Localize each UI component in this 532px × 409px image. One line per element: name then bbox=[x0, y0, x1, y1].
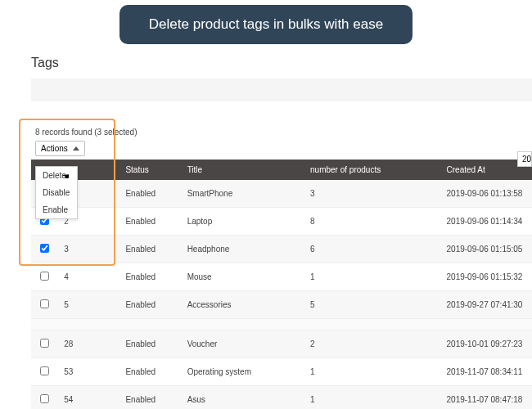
cell-title: SmartPhone bbox=[181, 180, 304, 208]
table-row: 2EnabledLaptop82019-09-06 01:14:34 bbox=[31, 208, 532, 236]
actions-dropdown: Delete Disable Enable bbox=[35, 166, 78, 219]
cell-created: 2019-11-07 08:34:11 bbox=[440, 358, 532, 386]
cell-num: 6 bbox=[304, 236, 440, 263]
cell-num: 1 bbox=[304, 386, 440, 410]
col-title: Title bbox=[181, 160, 304, 180]
cell-id: 54 bbox=[57, 386, 119, 410]
cell-title: Laptop bbox=[181, 208, 304, 236]
cell-id: 4 bbox=[57, 263, 119, 291]
row-checkbox[interactable] bbox=[40, 299, 49, 308]
cell-status: Enabled bbox=[119, 236, 180, 263]
cell-id: 3 bbox=[57, 236, 119, 263]
promo-banner: Delete product tags in bulks with ease bbox=[119, 5, 413, 44]
cell-status: Enabled bbox=[119, 330, 180, 358]
table-row: 3EnabledHeadphone62019-09-06 01:15:05 bbox=[31, 236, 532, 263]
cell-status: Enabled bbox=[119, 291, 180, 319]
cell-created: 2019-09-06 01:15:32 bbox=[440, 263, 532, 291]
cell-created: 2019-09-06 01:13:58 bbox=[440, 180, 532, 208]
cursor-icon: ☚ bbox=[62, 172, 70, 181]
table-header-row: ID Status Title number of products Creat… bbox=[31, 160, 532, 180]
table-row: 4EnabledMouse12019-09-06 01:15:32 bbox=[31, 263, 532, 291]
tags-table: ID Status Title number of products Creat… bbox=[31, 160, 532, 409]
dropdown-disable[interactable]: Disable bbox=[36, 184, 77, 201]
cell-created: 2019-09-06 01:14:34 bbox=[440, 208, 532, 236]
dropdown-enable[interactable]: Enable bbox=[36, 201, 77, 218]
records-summary: 8 records found (3 selected) bbox=[35, 128, 532, 137]
row-checkbox[interactable] bbox=[40, 366, 49, 375]
cell-num: 1 bbox=[304, 358, 440, 386]
cell-created: 2019-11-07 08:47:18 bbox=[440, 386, 532, 410]
cell-id: 53 bbox=[57, 358, 119, 386]
cell-num: 5 bbox=[304, 291, 440, 319]
row-checkbox[interactable] bbox=[40, 394, 49, 403]
cell-created: 2019-10-01 09:27:23 bbox=[440, 330, 532, 358]
cell-title: Voucher bbox=[181, 330, 304, 358]
cell-title: Accessories bbox=[181, 291, 304, 319]
table-row: EnabledSmartPhone32019-09-06 01:13:58 bbox=[31, 180, 532, 208]
cell-title: Headphone bbox=[181, 236, 304, 263]
table-row: 53EnabledOperating system12019-11-07 08:… bbox=[31, 358, 532, 386]
table-row: 5EnabledAccessories52019-09-27 07:41:30 bbox=[31, 291, 532, 319]
page-title: Tags bbox=[0, 44, 532, 79]
actions-button[interactable]: Actions bbox=[35, 141, 85, 156]
cell-id: 28 bbox=[57, 330, 119, 358]
filter-bar bbox=[31, 79, 532, 101]
cell-id: 5 bbox=[57, 291, 119, 319]
cell-num: 1 bbox=[304, 263, 440, 291]
cell-created: 2019-09-06 01:15:05 bbox=[440, 236, 532, 263]
row-checkbox[interactable] bbox=[40, 339, 49, 348]
col-status: Status bbox=[119, 160, 180, 180]
table-row: 54EnabledAsus12019-11-07 08:47:18 bbox=[31, 386, 532, 410]
cell-status: Enabled bbox=[119, 358, 180, 386]
table-row: 28EnabledVoucher22019-10-01 09:27:23 bbox=[31, 330, 532, 358]
cell-status: Enabled bbox=[119, 180, 180, 208]
year-filter[interactable]: 20 bbox=[517, 151, 532, 167]
actions-label: Actions bbox=[41, 144, 68, 153]
cell-num: 8 bbox=[304, 208, 440, 236]
cell-num: 3 bbox=[304, 180, 440, 208]
row-checkbox[interactable] bbox=[40, 244, 49, 253]
cell-created: 2019-09-27 07:41:30 bbox=[440, 291, 532, 319]
caret-up-icon bbox=[73, 146, 79, 151]
cell-title: Mouse bbox=[181, 263, 304, 291]
cell-status: Enabled bbox=[119, 208, 180, 236]
row-checkbox[interactable] bbox=[40, 272, 49, 281]
tags-table-wrap: ID Status Title number of products Creat… bbox=[31, 160, 532, 409]
cell-status: Enabled bbox=[119, 263, 180, 291]
cell-title: Operating system bbox=[181, 358, 304, 386]
cell-status: Enabled bbox=[119, 386, 180, 410]
col-num-products: number of products bbox=[304, 160, 440, 180]
dropdown-delete[interactable]: Delete bbox=[36, 167, 77, 184]
cell-title: Asus bbox=[181, 386, 304, 410]
cell-num: 2 bbox=[304, 330, 440, 358]
banner-text: Delete product tags in bulks with ease bbox=[149, 16, 383, 32]
